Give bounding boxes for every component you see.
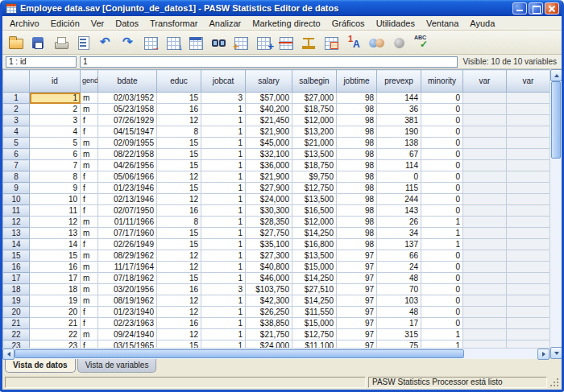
cell-minority[interactable]: 1	[421, 239, 463, 250]
cell-id[interactable]: 12	[30, 217, 81, 228]
cell-var[interactable]	[507, 194, 550, 205]
cell-id[interactable]: 7	[30, 160, 81, 171]
cell-minority[interactable]: 0	[421, 104, 463, 115]
cell-bdate[interactable]: 07/18/1962	[98, 273, 157, 284]
cell-salary[interactable]: $46,000	[246, 273, 292, 284]
cell-jobtime[interactable]: 97	[337, 250, 377, 262]
cell-prevexp[interactable]: 114	[377, 160, 421, 171]
cell-educ[interactable]: 16	[157, 205, 201, 217]
cell-jobcat[interactable]: 1	[201, 262, 246, 273]
cell-var[interactable]	[507, 149, 550, 160]
row-header[interactable]: 15	[3, 250, 30, 262]
cell-bdate[interactable]: 03/20/1956	[98, 284, 157, 295]
cell-jobcat[interactable]: 3	[201, 93, 246, 104]
cell-var[interactable]	[507, 205, 550, 217]
vertical-scroll-track[interactable]	[550, 81, 562, 347]
open-data-button[interactable]	[6, 32, 27, 53]
spell-check-button[interactable]	[412, 32, 433, 53]
cell-educ[interactable]: 15	[157, 149, 201, 160]
cell-var[interactable]	[463, 138, 507, 149]
menu-edicion[interactable]: Edición	[45, 18, 85, 29]
row-header[interactable]: 3	[3, 115, 30, 126]
cell-salary[interactable]: $24,000	[246, 194, 292, 205]
cell-var[interactable]	[463, 273, 507, 284]
row-header[interactable]: 4	[3, 126, 30, 138]
split-file-button[interactable]	[276, 32, 297, 53]
cell-var[interactable]	[463, 183, 507, 194]
cell-bdate[interactable]: 02/07/1950	[98, 205, 157, 217]
recall-dialogs-button[interactable]	[73, 32, 94, 53]
cell-prevexp[interactable]: 0	[377, 171, 421, 183]
row-header[interactable]: 9	[3, 183, 30, 194]
cell-minority[interactable]: 0	[421, 138, 463, 149]
minimize-button[interactable]	[512, 2, 527, 14]
cell-jobtime[interactable]: 97	[337, 284, 377, 295]
cell-jobcat[interactable]: 1	[201, 329, 246, 340]
menu-ayuda[interactable]: Ayuda	[464, 18, 500, 29]
cell-salary[interactable]: $45,000	[246, 138, 292, 149]
cell-jobcat[interactable]: 1	[201, 194, 246, 205]
cell-bdate[interactable]: 01/23/1946	[98, 183, 157, 194]
cell-salary[interactable]: $28,350	[246, 217, 292, 228]
scroll-down-button[interactable]	[550, 347, 562, 359]
cell-gender[interactable]: m	[81, 149, 98, 160]
cell-salbegin[interactable]: $14,250	[292, 273, 337, 284]
cell-salbegin[interactable]: $16,500	[292, 205, 337, 217]
cell-bdate[interactable]: 02/03/1952	[98, 93, 157, 104]
cell-salbegin[interactable]: $27,000	[292, 93, 337, 104]
menu-ventana[interactable]: Ventana	[421, 18, 464, 29]
cell-bdate[interactable]: 07/17/1960	[98, 228, 157, 239]
cell-var[interactable]	[507, 340, 550, 349]
cell-gender[interactable]: m	[81, 329, 98, 340]
row-header[interactable]: 21	[3, 318, 30, 329]
cell-minority[interactable]: 0	[421, 149, 463, 160]
cell-jobcat[interactable]: 1	[201, 217, 246, 228]
cell-educ[interactable]: 12	[157, 194, 201, 205]
column-header-minority[interactable]: minority	[421, 70, 463, 93]
cell-var[interactable]	[507, 228, 550, 239]
cell-var[interactable]	[507, 239, 550, 250]
column-header-prevexp[interactable]: prevexp	[377, 70, 421, 93]
cell-salary[interactable]: $42,300	[246, 295, 292, 307]
menu-transformar[interactable]: Transformar	[144, 18, 204, 29]
cell-salbegin[interactable]: $12,750	[292, 329, 337, 340]
cell-jobcat[interactable]: 1	[201, 138, 246, 149]
redo-button[interactable]	[118, 32, 139, 53]
cell-minority[interactable]: 0	[421, 262, 463, 273]
cell-var[interactable]	[507, 262, 550, 273]
cell-var[interactable]	[463, 284, 507, 295]
cell-var[interactable]	[507, 250, 550, 262]
cell-gender[interactable]: m	[81, 273, 98, 284]
row-header[interactable]: 22	[3, 329, 30, 340]
cell-id[interactable]: 4	[30, 126, 81, 138]
cell-gender[interactable]: f	[81, 239, 98, 250]
cell-minority[interactable]: 1	[421, 329, 463, 340]
cell-salbegin[interactable]: $11,550	[292, 307, 337, 318]
cell-salbegin[interactable]: $13,500	[292, 194, 337, 205]
cell-var[interactable]	[463, 329, 507, 340]
column-header-bdate[interactable]: bdate	[98, 70, 157, 93]
cell-jobtime[interactable]: 98	[337, 205, 377, 217]
row-header[interactable]: 5	[3, 138, 30, 149]
cell-var[interactable]	[463, 160, 507, 171]
cell-educ[interactable]: 12	[157, 262, 201, 273]
cell-prevexp[interactable]: 70	[377, 284, 421, 295]
cell-id[interactable]: 15	[30, 250, 81, 262]
cell-educ[interactable]: 12	[157, 115, 201, 126]
cell-salbegin[interactable]: $14,250	[292, 295, 337, 307]
cell-var[interactable]	[507, 104, 550, 115]
cell-gender[interactable]: f	[81, 340, 98, 349]
cell-var[interactable]	[507, 115, 550, 126]
cell-bdate[interactable]: 07/26/1929	[98, 115, 157, 126]
column-header-gender[interactable]: gender	[81, 70, 98, 93]
cell-prevexp[interactable]: 36	[377, 104, 421, 115]
cell-bdate[interactable]: 04/26/1956	[98, 160, 157, 171]
cell-salary[interactable]: $40,200	[246, 104, 292, 115]
cell-educ[interactable]: 12	[157, 250, 201, 262]
cell-prevexp[interactable]: 143	[377, 205, 421, 217]
menu-datos[interactable]: Datos	[110, 18, 144, 29]
column-header-jobtime[interactable]: jobtime	[337, 70, 377, 93]
cell-salary[interactable]: $103,750	[246, 284, 292, 295]
cell-salary[interactable]: $30,300	[246, 205, 292, 217]
cell-var[interactable]	[507, 273, 550, 284]
